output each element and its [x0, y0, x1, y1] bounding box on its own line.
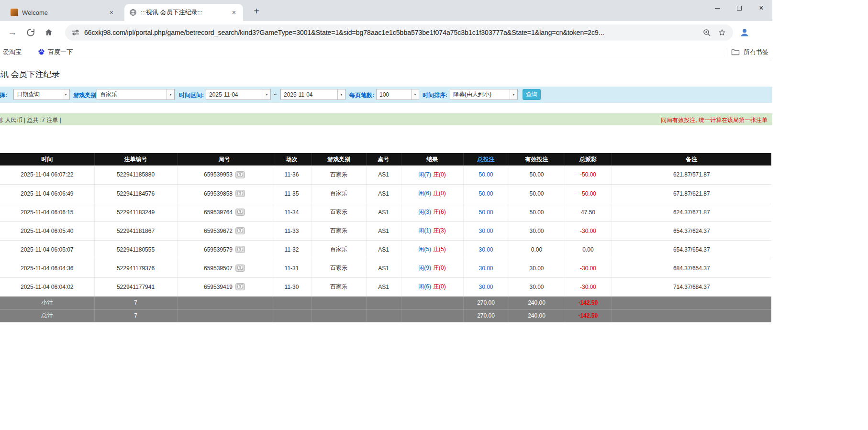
- view-cards-icon[interactable]: [235, 190, 245, 197]
- subtotal-row: 小计 7 270.00 240.00 -142.50: [0, 296, 771, 309]
- total-bet-link[interactable]: 50.00: [479, 209, 493, 216]
- subtotal-label: 小计: [0, 296, 94, 309]
- cell-table-no: AS1: [366, 221, 401, 240]
- url-text[interactable]: 66cxkj98.com/ipl/portal.php/game/betreco…: [84, 29, 696, 36]
- close-button[interactable]: ×: [750, 0, 772, 16]
- result-banker: 庄(5): [433, 246, 446, 253]
- cell-table-no: AS1: [366, 165, 401, 184]
- col-header-session: 场次: [272, 153, 312, 165]
- search-button[interactable]: 查询: [523, 89, 541, 100]
- search-type-label: 查询选择:: [0, 91, 7, 99]
- round-number: 659539764: [204, 209, 233, 216]
- cell-bet-id: 522941177941: [94, 277, 177, 296]
- search-type-select[interactable]: 日期查询 ▾: [13, 89, 70, 100]
- sort-order-select[interactable]: 降幕(由大到小) ▾: [450, 89, 518, 100]
- cell-game-type: 百家乐: [312, 277, 366, 296]
- total-bet-link[interactable]: 30.00: [479, 284, 493, 290]
- view-cards-icon[interactable]: [235, 265, 245, 272]
- page-size-select[interactable]: 100 ▾: [376, 89, 419, 100]
- cell-valid-bet: 50.00: [509, 165, 565, 184]
- subtotal-valid-bet: 240.00: [509, 296, 565, 309]
- bookmark-label: 爱淘宝: [3, 48, 22, 56]
- bet-records-table: 时间 注单编号 局号 场次 游戏类别 桌号 结果 总投注 有效投注 总派彩 备注…: [0, 153, 771, 322]
- all-bookmarks-button[interactable]: 所有书签: [727, 44, 768, 60]
- cell-total-bet: 30.00: [463, 259, 509, 277]
- total-bet-link[interactable]: 30.00: [479, 265, 493, 272]
- reload-button[interactable]: [24, 26, 37, 39]
- tab-title: :::视讯 会员下注纪录:::: [141, 8, 226, 17]
- cell-round: 659539672: [177, 221, 272, 240]
- cell-table-no: AS1: [366, 203, 401, 221]
- maximize-button[interactable]: [728, 0, 750, 16]
- total-bet-link[interactable]: 50.00: [479, 171, 493, 178]
- bet-record-row: 2025-11-04 06:07:22 522941185880 6595399…: [0, 165, 771, 184]
- bookmark-aitaobao[interactable]: 爱淘宝: [0, 48, 23, 56]
- view-cards-icon[interactable]: [235, 227, 245, 234]
- tab-close-icon[interactable]: ×: [107, 8, 116, 17]
- cell-valid-bet: 50.00: [509, 184, 565, 203]
- total-total-bet: 270.00: [463, 309, 509, 322]
- col-header-table-no: 桌号: [366, 153, 401, 165]
- cell-total-bet: 30.00: [463, 277, 509, 296]
- bookmark-baidu[interactable]: 百度一下: [36, 48, 75, 56]
- minimize-button[interactable]: [706, 0, 728, 16]
- total-bet-link[interactable]: 50.00: [479, 190, 493, 197]
- col-header-total-bet: 总投注: [463, 153, 509, 165]
- cell-session: 11-34: [272, 203, 312, 221]
- zoom-icon[interactable]: [702, 28, 711, 37]
- page-size-label: 每页笔数:: [349, 91, 374, 99]
- total-bet-link[interactable]: 30.00: [479, 246, 493, 253]
- bet-record-row: 2025-11-04 06:05:40 522941181867 6595396…: [0, 221, 771, 240]
- cell-table-no: AS1: [366, 240, 401, 259]
- tab-strip: Welcome × :::视讯 会员下注纪录::: × + ×: [0, 0, 772, 21]
- total-bet-link[interactable]: 30.00: [479, 228, 493, 234]
- round-number: 659539858: [204, 190, 233, 197]
- cell-payout: -30.00: [565, 259, 612, 277]
- bet-record-row: 2025-11-04 06:05:07 522941180555 6595395…: [0, 240, 771, 259]
- cell-table-no: AS1: [366, 277, 401, 296]
- cell-note: 654.37/654.37: [612, 240, 771, 259]
- tab-close-icon[interactable]: ×: [230, 8, 238, 17]
- cell-table-no: AS1: [366, 184, 401, 203]
- cell-game-type: 百家乐: [312, 221, 366, 240]
- col-header-valid-bet: 有效投注: [509, 153, 565, 165]
- minimize-icon: [715, 8, 720, 9]
- new-tab-button[interactable]: +: [250, 5, 263, 18]
- folder-icon: [731, 48, 740, 56]
- chevron-down-icon: ▾: [337, 89, 345, 99]
- url-bar[interactable]: 66cxkj98.com/ipl/portal.php/game/betreco…: [65, 24, 733, 41]
- view-cards-icon[interactable]: [235, 171, 245, 178]
- result-banker: 庄(0): [433, 190, 446, 197]
- col-header-note: 备注: [612, 153, 771, 165]
- cell-payout: -50.00: [565, 184, 612, 203]
- view-cards-icon[interactable]: [235, 209, 245, 216]
- cell-game-type: 百家乐: [312, 240, 366, 259]
- site-settings-icon[interactable]: [72, 29, 79, 36]
- result-player: 闲(7): [418, 171, 431, 178]
- forward-button[interactable]: →: [6, 26, 19, 39]
- result-banker: 庄(3): [433, 227, 446, 234]
- cell-bet-id: 522941181867: [94, 221, 177, 240]
- view-cards-icon[interactable]: [235, 246, 245, 253]
- tab-bet-records[interactable]: :::视讯 会员下注纪录::: ×: [124, 4, 243, 21]
- game-category-select[interactable]: 百家乐 ▾: [97, 89, 175, 100]
- date-from-select[interactable]: 2025-11-04 ▾: [206, 89, 271, 100]
- cell-total-bet: 30.00: [463, 240, 509, 259]
- chevron-down-icon: ▾: [167, 89, 174, 99]
- home-button[interactable]: [42, 26, 56, 39]
- subtotal-payout: -142.50: [565, 296, 612, 309]
- total-row: 总计 7 270.00 240.00 -142.50: [0, 309, 771, 322]
- profile-avatar-icon[interactable]: [739, 27, 750, 38]
- cell-bet-id: 522941180555: [94, 240, 177, 259]
- bet-record-row: 2025-11-04 06:06:15 522941183249 6595397…: [0, 203, 771, 221]
- tab-welcome[interactable]: Welcome ×: [6, 4, 121, 21]
- cell-game-type: 百家乐: [312, 184, 366, 203]
- round-number: 659539507: [204, 265, 233, 272]
- cell-valid-bet: 30.00: [509, 277, 565, 296]
- view-cards-icon[interactable]: [235, 283, 245, 290]
- cell-game-type: 百家乐: [312, 203, 366, 221]
- date-to-select[interactable]: 2025-11-04 ▾: [280, 89, 345, 100]
- bookmark-star-icon[interactable]: [718, 28, 726, 37]
- cell-payout: 47.50: [565, 203, 612, 221]
- round-number: 659539672: [204, 228, 233, 234]
